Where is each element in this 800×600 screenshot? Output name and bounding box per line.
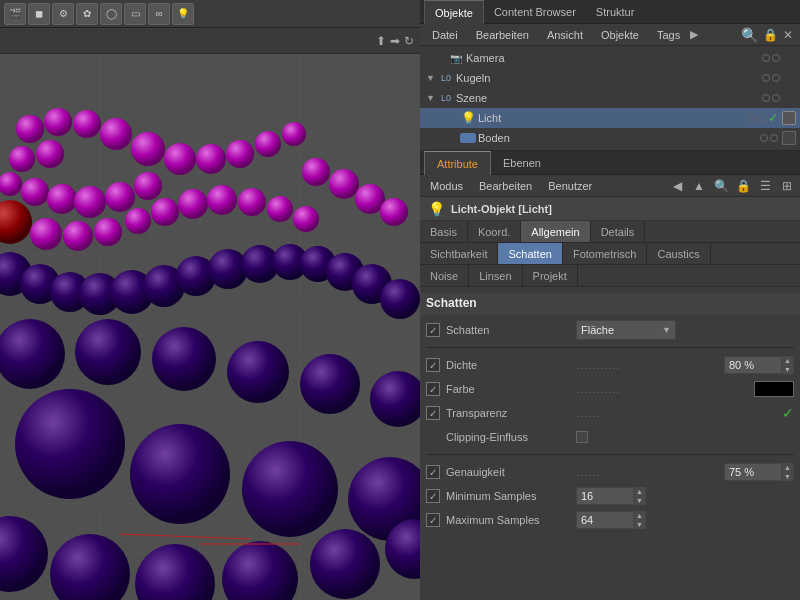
menu-datei[interactable]: Datei bbox=[424, 27, 466, 43]
up-icon[interactable]: ▲ bbox=[690, 177, 708, 195]
render-dot[interactable] bbox=[772, 94, 780, 102]
vis-dot[interactable] bbox=[748, 114, 756, 122]
render-dot[interactable] bbox=[772, 54, 780, 62]
obj-options-icon[interactable] bbox=[782, 111, 796, 125]
grid-icon[interactable]: ⊞ bbox=[778, 177, 796, 195]
nav-rotate-icon[interactable]: ↻ bbox=[404, 34, 414, 48]
svg-point-35 bbox=[105, 182, 135, 212]
tree-item-boden[interactable]: Boden bbox=[420, 128, 800, 148]
toolbar-icon-flower[interactable]: ✿ bbox=[76, 3, 98, 25]
farbe-swatch[interactable] bbox=[754, 381, 794, 397]
svg-point-60 bbox=[152, 327, 216, 391]
tree-item-kugeln[interactable]: ▼ L0 Kugeln bbox=[420, 68, 800, 88]
transparenz-checkbox[interactable] bbox=[426, 406, 440, 420]
max-samples-input[interactable]: 64 ▲ ▼ bbox=[576, 511, 646, 529]
genauigkeit-spinner[interactable]: ▲ ▼ bbox=[781, 463, 793, 481]
svg-point-49 bbox=[130, 424, 230, 524]
vis-dot[interactable] bbox=[762, 94, 770, 102]
subtab-basis[interactable]: Basis bbox=[420, 221, 468, 242]
tab-struktur[interactable]: Struktur bbox=[586, 0, 645, 24]
vis-dot[interactable] bbox=[762, 74, 770, 82]
schatten-dropdown[interactable]: Fläche ▼ bbox=[576, 320, 676, 340]
lock-icon[interactable]: 🔒 bbox=[763, 28, 778, 42]
nav-move-icon[interactable]: ⬆ bbox=[376, 34, 386, 48]
dichte-input[interactable]: 80 % ▲ ▼ bbox=[724, 356, 794, 374]
svg-point-33 bbox=[47, 184, 77, 214]
tab-ebenen[interactable]: Ebenen bbox=[491, 151, 553, 175]
clipping-checkbox[interactable] bbox=[576, 431, 588, 443]
schatten-checkbox[interactable] bbox=[426, 323, 440, 337]
spinner-down3[interactable]: ▼ bbox=[634, 496, 645, 505]
menu-bearbeiten[interactable]: Bearbeiten bbox=[468, 27, 537, 43]
spinner-up[interactable]: ▲ bbox=[782, 356, 793, 365]
floor-icon bbox=[460, 133, 476, 143]
subtab2-schatten[interactable]: Schatten bbox=[498, 243, 562, 264]
toolbar-icon-rect[interactable]: ▭ bbox=[124, 3, 146, 25]
search-icon2[interactable]: 🔍 bbox=[712, 177, 730, 195]
subtab3-linsen[interactable]: Linsen bbox=[469, 265, 522, 286]
dichte-checkbox[interactable] bbox=[426, 358, 440, 372]
max-samples-spinner[interactable]: ▲ ▼ bbox=[633, 511, 645, 529]
search-icon[interactable]: 🔍 bbox=[741, 27, 758, 43]
toolbar-icon-gear[interactable]: ⚙ bbox=[52, 3, 74, 25]
subtab-details[interactable]: Details bbox=[591, 221, 646, 242]
subtab-koord[interactable]: Koord. bbox=[468, 221, 521, 242]
render-dot[interactable] bbox=[772, 74, 780, 82]
subtab3-projekt[interactable]: Projekt bbox=[523, 265, 578, 286]
spinner-up3[interactable]: ▲ bbox=[634, 487, 645, 496]
dichte-spinner[interactable]: ▲ ▼ bbox=[781, 356, 793, 374]
subtab3-noise[interactable]: Noise bbox=[420, 265, 469, 286]
menu-objekte[interactable]: Objekte bbox=[593, 27, 647, 43]
spinner-down2[interactable]: ▼ bbox=[782, 472, 793, 481]
render-dot[interactable] bbox=[758, 114, 766, 122]
toolbar-icon-inf[interactable]: ∞ bbox=[148, 3, 170, 25]
farbe-checkbox[interactable] bbox=[426, 382, 440, 396]
min-samples-input[interactable]: 16 ▲ ▼ bbox=[576, 487, 646, 505]
min-samples-checkbox[interactable] bbox=[426, 489, 440, 503]
genauigkeit-checkbox[interactable] bbox=[426, 465, 440, 479]
subtab2-sichtbarkeit[interactable]: Sichtbarkeit bbox=[420, 243, 498, 264]
attr-modus[interactable]: Modus bbox=[424, 180, 469, 192]
svg-point-63 bbox=[370, 371, 420, 427]
spinner-down[interactable]: ▼ bbox=[782, 365, 793, 374]
tree-expand[interactable]: ▼ bbox=[426, 73, 438, 83]
render-dot[interactable] bbox=[770, 134, 778, 142]
min-samples-spinner[interactable]: ▲ ▼ bbox=[633, 487, 645, 505]
tree-item-kamera[interactable]: 📷 Kamera bbox=[420, 48, 800, 68]
back-icon[interactable]: ◀ bbox=[668, 177, 686, 195]
menu-more[interactable]: ▶ bbox=[690, 28, 698, 41]
spinner-down4[interactable]: ▼ bbox=[634, 520, 645, 529]
top-toolbar: 🎬 ◼ ⚙ ✿ ◯ ▭ ∞ 💡 bbox=[0, 0, 420, 28]
close-icon[interactable]: ✕ bbox=[783, 28, 793, 42]
schatten-section-header: Schatten bbox=[420, 293, 800, 315]
spinner-up4[interactable]: ▲ bbox=[634, 511, 645, 520]
lock-icon2[interactable]: 🔒 bbox=[734, 177, 752, 195]
toolbar-icon-cube[interactable]: ◼ bbox=[28, 3, 50, 25]
tab-content-browser[interactable]: Content Browser bbox=[484, 0, 586, 24]
svg-point-62 bbox=[300, 354, 360, 414]
menu-ansicht[interactable]: Ansicht bbox=[539, 27, 591, 43]
toolbar-icon-circle[interactable]: ◯ bbox=[100, 3, 122, 25]
tex-icon[interactable] bbox=[782, 131, 796, 145]
spinner-up2[interactable]: ▲ bbox=[782, 463, 793, 472]
tab-objekte[interactable]: Objekte bbox=[424, 0, 484, 24]
tree-item-szene[interactable]: ▼ L0 Szene bbox=[420, 88, 800, 108]
attr-bearbeiten[interactable]: Bearbeiten bbox=[473, 180, 538, 192]
tree-expand[interactable]: ▼ bbox=[426, 93, 438, 103]
max-samples-checkbox[interactable] bbox=[426, 513, 440, 527]
tree-item-licht[interactable]: 💡 Licht ✓ bbox=[420, 108, 800, 128]
attr-benutzer[interactable]: Benutzer bbox=[542, 180, 598, 192]
vis-dot[interactable] bbox=[762, 54, 770, 62]
subtab2-caustics[interactable]: Caustics bbox=[647, 243, 710, 264]
vis-dot[interactable] bbox=[760, 134, 768, 142]
menu-tags[interactable]: Tags bbox=[649, 27, 688, 43]
subtab2-fotometrisch[interactable]: Fotometrisch bbox=[563, 243, 648, 264]
toolbar-icon-light[interactable]: 💡 bbox=[172, 3, 194, 25]
svg-point-43 bbox=[178, 189, 208, 219]
menu-icon[interactable]: ☰ bbox=[756, 177, 774, 195]
toolbar-icon-film[interactable]: 🎬 bbox=[4, 3, 26, 25]
genauigkeit-input[interactable]: 75 % ▲ ▼ bbox=[724, 463, 794, 481]
tab-attribute[interactable]: Attribute bbox=[424, 151, 491, 175]
nav-move2-icon[interactable]: ➡ bbox=[390, 34, 400, 48]
subtab-allgemein[interactable]: Allgemein bbox=[521, 221, 590, 242]
